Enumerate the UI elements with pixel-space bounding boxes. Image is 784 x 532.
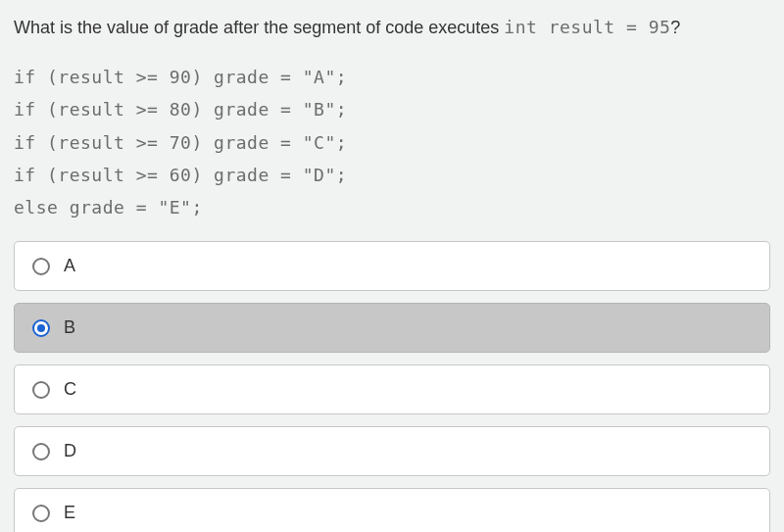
question-prefix: What is the value of grade after the seg… (14, 18, 504, 37)
radio-icon (32, 381, 50, 399)
code-line: if (result >= 60) grade = "D"; (14, 165, 347, 185)
question-text: What is the value of grade after the seg… (14, 14, 770, 41)
question-suffix: ? (670, 18, 680, 37)
code-line: if (result >= 90) grade = "A"; (14, 67, 347, 87)
option-d[interactable]: D (14, 426, 770, 476)
option-c[interactable]: C (14, 364, 770, 414)
radio-icon (32, 319, 50, 337)
option-e[interactable]: E (14, 488, 770, 532)
option-label: D (64, 441, 77, 461)
code-line: else grade = "E"; (14, 197, 203, 218)
option-a[interactable]: A (14, 241, 770, 291)
code-line: if (result >= 80) grade = "B"; (14, 99, 347, 120)
options-list: A B C D E (14, 241, 770, 532)
option-b[interactable]: B (14, 303, 770, 353)
radio-icon (32, 443, 50, 460)
option-label: A (64, 256, 76, 276)
code-block: if (result >= 90) grade = "A"; if (resul… (14, 61, 770, 223)
radio-icon (32, 505, 50, 522)
option-label: C (64, 379, 77, 400)
radio-icon (32, 258, 50, 275)
option-label: E (64, 503, 76, 523)
question-inline-code: int result = 95 (504, 17, 670, 37)
code-line: if (result >= 70) grade = "C"; (14, 132, 347, 153)
quiz-container: What is the value of grade after the seg… (0, 0, 784, 532)
option-label: B (64, 317, 76, 338)
